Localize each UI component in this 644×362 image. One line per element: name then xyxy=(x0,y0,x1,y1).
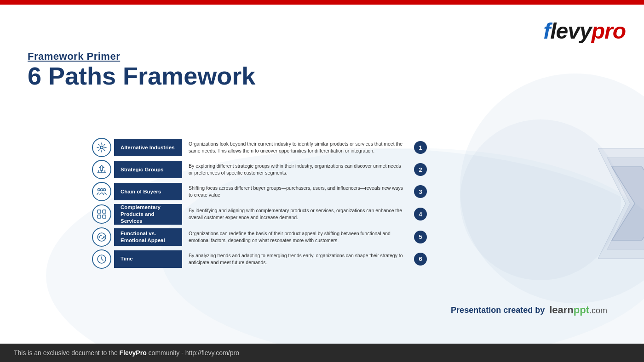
path-row-1: Alternative Industries Organizations loo… xyxy=(92,138,598,157)
svg-point-4 xyxy=(98,189,100,191)
path-label-2: Strategic Groups xyxy=(114,161,182,178)
path-number-6: 6 xyxy=(414,253,427,266)
path-icon-5 xyxy=(92,227,111,247)
svg-point-2 xyxy=(100,146,103,149)
path-description-2: By exploring different strategic groups … xyxy=(182,161,412,178)
logo-pro: pro xyxy=(592,19,626,43)
framework-primer-label: Framework Primer xyxy=(28,51,255,62)
path-label-1: Alternative Industries xyxy=(114,139,182,156)
logo-levy: levy xyxy=(550,19,591,43)
bottom-bar-text: This is an exclusive document to the Fle… xyxy=(14,349,239,356)
bottom-text-before: This is an exclusive document to the xyxy=(14,349,120,356)
svg-rect-7 xyxy=(98,210,101,213)
learnppt-dotcom: .com xyxy=(589,306,607,315)
svg-rect-10 xyxy=(103,215,106,218)
path-row-5: Functional vs. Emotional Appeal Organiza… xyxy=(92,227,598,247)
presentation-created-by-text: Presentation created by xyxy=(451,305,545,315)
bottom-text-after: community - http://flevy.com/pro xyxy=(147,349,239,356)
bottom-text-bold: FlevyPro xyxy=(120,349,147,356)
learnppt-learn: learn xyxy=(549,304,574,316)
learnppt-logo: learnppt.com xyxy=(549,304,607,316)
flevy-pro-logo: flevypro xyxy=(543,18,626,44)
svg-rect-8 xyxy=(103,210,106,213)
path-description-5: Organizations can redefine the basis of … xyxy=(182,228,412,246)
path-number-1: 1 xyxy=(414,141,427,154)
path-label-6: Time xyxy=(114,250,182,268)
path-icon-1 xyxy=(92,138,111,157)
bottom-bar: This is an exclusive document to the Fle… xyxy=(0,344,644,362)
svg-point-3 xyxy=(99,145,104,150)
path-number-3: 3 xyxy=(414,185,427,198)
learnppt-ppt: ppt xyxy=(574,304,589,316)
path-description-4: By identifying and aligning with complem… xyxy=(182,205,412,223)
path-icon-4 xyxy=(92,204,111,224)
path-description-6: By analyzing trends and adapting to emer… xyxy=(182,250,412,268)
path-row-2: Strategic Groups By exploring different … xyxy=(92,160,598,179)
path-icon-2 xyxy=(92,160,111,179)
path-label-3: Chain of Buyers xyxy=(114,183,182,200)
path-label-5: Functional vs. Emotional Appeal xyxy=(114,228,182,246)
svg-rect-9 xyxy=(98,215,101,218)
path-number-4: 4 xyxy=(414,208,427,221)
svg-point-11 xyxy=(98,233,106,241)
presentation-footer: Presentation created by learnppt.com xyxy=(451,304,607,316)
framework-title: 6 Paths Framework xyxy=(28,62,255,90)
path-label-4: Complementary Products and Services xyxy=(114,204,182,225)
logo-f: f xyxy=(543,19,550,43)
main-content-area: flevypro Framework Primer 6 Paths Framew… xyxy=(0,5,644,344)
path-row-3: Chain of Buyers Shifting focus across di… xyxy=(92,182,598,201)
svg-point-6 xyxy=(101,189,103,191)
header-area: Framework Primer 6 Paths Framework xyxy=(28,51,255,90)
path-number-5: 5 xyxy=(414,231,427,243)
arrow-graphic xyxy=(598,139,644,270)
top-red-bar xyxy=(0,0,644,5)
path-description-1: Organizations look beyond their current … xyxy=(182,139,412,156)
path-description-3: Shifting focus across different buyer gr… xyxy=(182,183,412,200)
path-icon-3 xyxy=(92,182,111,201)
path-row-6: Time By analyzing trends and adapting to… xyxy=(92,249,598,269)
path-number-2: 2 xyxy=(414,163,427,176)
paths-container: Alternative Industries Organizations loo… xyxy=(92,138,598,272)
svg-point-5 xyxy=(104,189,106,191)
path-row-4: Complementary Products and Services By i… xyxy=(92,204,598,225)
path-icon-6 xyxy=(92,249,111,269)
